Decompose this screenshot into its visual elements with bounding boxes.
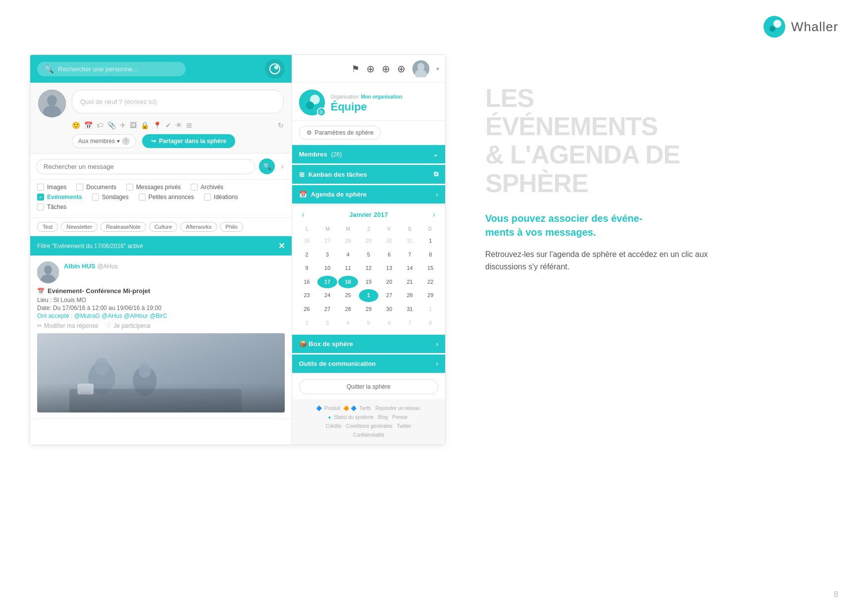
- user-avatar-menu[interactable]: [412, 60, 429, 77]
- paper-icon[interactable]: 📎: [107, 121, 116, 129]
- cal-day[interactable]: 9: [297, 262, 317, 275]
- private-messages-checkbox[interactable]: [126, 184, 133, 191]
- filter-events[interactable]: ✓ Evénements: [37, 194, 82, 201]
- archives-checkbox[interactable]: [191, 184, 198, 191]
- filter-private-messages[interactable]: Messages privés: [126, 184, 181, 191]
- cal-day[interactable]: 5: [359, 249, 379, 261]
- footer-twitter-link[interactable]: Twitter: [397, 423, 411, 429]
- user-menu-chevron[interactable]: ▾: [436, 65, 439, 72]
- filter-images[interactable]: Images: [37, 184, 66, 191]
- search-message-input[interactable]: [36, 159, 255, 174]
- footer-tarifs-link[interactable]: Tarifs: [359, 406, 371, 411]
- cal-day-event[interactable]: 18: [338, 276, 358, 289]
- footer-status-link[interactable]: Statut du système: [334, 414, 373, 420]
- cal-day[interactable]: 27: [379, 289, 399, 302]
- cal-day[interactable]: 15: [420, 262, 440, 275]
- polls-checkbox[interactable]: [92, 194, 99, 201]
- cal-day[interactable]: 7: [400, 249, 420, 261]
- flag-icon[interactable]: ⚑: [352, 63, 359, 74]
- cal-day[interactable]: 16: [297, 276, 317, 289]
- cal-day[interactable]: 12: [359, 262, 379, 275]
- search-person-box[interactable]: 🔍 Rechercher une personne...: [37, 62, 186, 76]
- cal-day[interactable]: 2: [297, 317, 317, 330]
- cal-day[interactable]: 1: [420, 303, 440, 316]
- image-icon[interactable]: 🖼: [130, 121, 137, 129]
- post-input-box[interactable]: Quoi de neuf ? (écrivez ici): [72, 90, 284, 113]
- footer-confidentialite-link[interactable]: Confidentialité: [353, 432, 384, 438]
- cal-day[interactable]: 7: [400, 317, 420, 330]
- footer-credits-link[interactable]: Crédits: [326, 423, 342, 429]
- tag-newsletter[interactable]: Newsletter: [61, 222, 98, 232]
- tasks-checkbox[interactable]: [37, 204, 44, 210]
- share-button[interactable]: ↪ Partager dans la sphère: [142, 134, 235, 148]
- ideations-checkbox[interactable]: [204, 194, 211, 201]
- cal-prev-button[interactable]: ‹: [299, 209, 307, 219]
- cal-day[interactable]: 21: [400, 276, 420, 289]
- images-checkbox[interactable]: [37, 184, 44, 191]
- location-icon[interactable]: 📍: [153, 121, 161, 129]
- cal-next-button[interactable]: ›: [430, 209, 438, 219]
- add-contact-circle-icon[interactable]: ⊕: [382, 63, 390, 75]
- cal-day[interactable]: 31: [400, 303, 420, 316]
- cal-day[interactable]: 6: [379, 317, 399, 330]
- filter-archives[interactable]: Archivés: [191, 184, 223, 191]
- sphere-params-button[interactable]: ⚙ Paramètres de sphère: [299, 126, 381, 140]
- cal-day[interactable]: 31: [400, 235, 420, 248]
- cal-day[interactable]: 14: [400, 262, 420, 275]
- cal-day[interactable]: 8: [420, 317, 440, 330]
- cal-day[interactable]: 2: [297, 249, 317, 261]
- cal-day[interactable]: 8: [420, 249, 440, 261]
- cal-day[interactable]: 22: [420, 276, 440, 289]
- search-message-button[interactable]: 🔍: [259, 158, 275, 174]
- tag-culture[interactable]: Culture: [149, 222, 177, 232]
- ads-checkbox[interactable]: [139, 194, 146, 201]
- sphere-box-item[interactable]: 📦 Box de sphère ›: [292, 335, 445, 353]
- cal-day[interactable]: 27: [317, 303, 337, 316]
- add-sphere-circle-icon[interactable]: ⊕: [366, 63, 375, 75]
- cal-day[interactable]: 11: [338, 262, 358, 275]
- cal-day[interactable]: 3: [317, 317, 337, 330]
- sphere-tools-item[interactable]: Outils de communication ›: [292, 355, 445, 373]
- cal-day[interactable]: 4: [338, 249, 358, 261]
- expand-search-icon[interactable]: ›: [279, 160, 285, 173]
- tag-philo[interactable]: Philo: [220, 222, 243, 232]
- footer-conditions-link[interactable]: Conditions générales: [346, 423, 393, 429]
- cal-day[interactable]: 1: [420, 235, 440, 248]
- cal-day[interactable]: 20: [379, 276, 399, 289]
- add-person-circle-icon[interactable]: ⊕: [397, 63, 406, 75]
- cal-day[interactable]: 29: [359, 235, 379, 248]
- cal-day[interactable]: 6: [379, 249, 399, 261]
- footer-product-link[interactable]: Produit: [324, 406, 340, 411]
- calendar-icon[interactable]: 📅: [84, 121, 93, 129]
- cal-day[interactable]: 28: [338, 303, 358, 316]
- cal-day[interactable]: 13: [379, 262, 399, 275]
- quit-sphere-button[interactable]: Quitter la sphère: [299, 379, 438, 394]
- cal-day[interactable]: 19: [359, 276, 379, 289]
- filter-polls[interactable]: Sondages: [92, 194, 129, 201]
- cal-day[interactable]: 28: [338, 235, 358, 248]
- feed-participate[interactable]: ♡ Je participerai: [106, 322, 151, 329]
- cal-day[interactable]: 29: [420, 289, 440, 302]
- cal-day[interactable]: 10: [317, 262, 337, 275]
- feed-edit-response[interactable]: ✏ Modifier ma réponse: [37, 322, 98, 329]
- cal-day[interactable]: 26: [297, 235, 317, 248]
- cal-day-event[interactable]: 17: [317, 276, 337, 289]
- tag-afterworks[interactable]: Afterworks: [180, 222, 217, 232]
- grid-icon[interactable]: ⊞: [186, 121, 192, 129]
- eye-icon[interactable]: 👁: [175, 121, 182, 129]
- filter-ads[interactable]: Petites annonces: [139, 194, 194, 201]
- cal-day[interactable]: 26: [297, 303, 317, 316]
- send-icon[interactable]: ✈: [120, 121, 126, 129]
- tag-releasenote[interactable]: RealeaseNote: [101, 222, 146, 232]
- cal-day[interactable]: 25: [338, 289, 358, 302]
- cal-day[interactable]: 24: [317, 289, 337, 302]
- filter-ideations[interactable]: Idéations: [204, 194, 238, 201]
- cal-day[interactable]: 29: [359, 303, 379, 316]
- cal-day[interactable]: 3: [317, 249, 337, 261]
- lock-icon[interactable]: 🔒: [141, 121, 149, 129]
- filter-documents[interactable]: Documents: [76, 184, 116, 191]
- cal-day[interactable]: 30: [379, 303, 399, 316]
- refresh-icon[interactable]: ↻: [278, 121, 284, 129]
- emoji-icon[interactable]: 🙂: [72, 121, 80, 129]
- cal-day[interactable]: 4: [338, 317, 358, 330]
